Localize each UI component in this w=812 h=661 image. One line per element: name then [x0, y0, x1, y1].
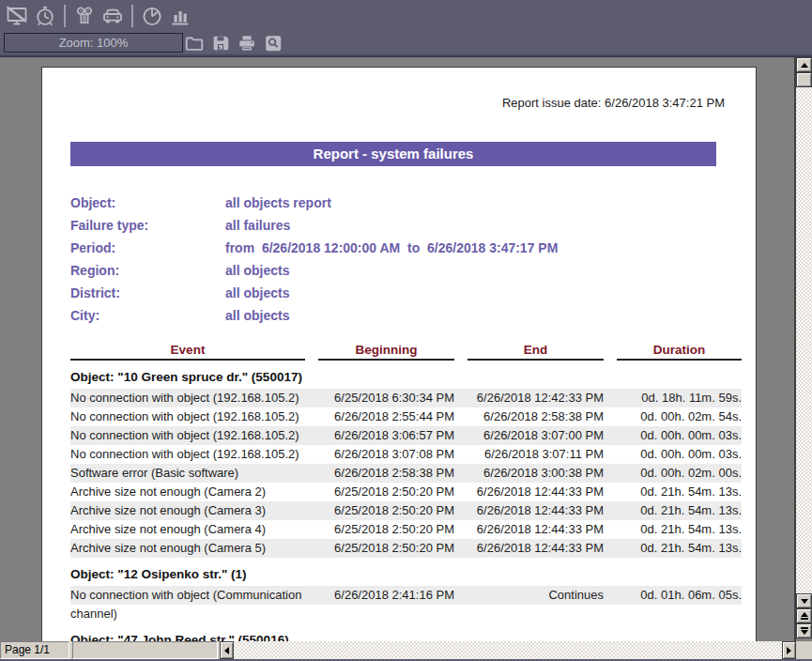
- cell-duration: 0d. 21h. 54m. 13s.: [617, 539, 742, 558]
- table-row: Software error (Basic software)6/26/2018…: [70, 464, 742, 483]
- report-parameters: Object:all objects report Failure type:a…: [70, 192, 742, 327]
- cell-beginning: 6/25/2018 2:50:20 PM: [318, 520, 454, 539]
- save-button[interactable]: [209, 32, 232, 54]
- field-district: District:all objects: [70, 282, 742, 304]
- field-label: Failure type:: [70, 214, 225, 237]
- report-title: Report - system failures: [70, 142, 716, 166]
- display-icon: [6, 5, 28, 27]
- cell-beginning: 6/26/2018 2:41:16 PM: [318, 586, 454, 623]
- scroll-left-button[interactable]: [220, 641, 234, 659]
- down-arrow-icon: [801, 599, 808, 604]
- field-label: Object:: [70, 192, 225, 214]
- pie-chart-icon: [141, 5, 163, 27]
- recorder-button[interactable]: [72, 4, 97, 28]
- status-bar: Page 1/1: [0, 641, 812, 659]
- report-page: Report issue date: 6/26/2018 3:47:21 PM …: [41, 67, 757, 641]
- cell-beginning: 6/26/2018 2:58:38 PM: [318, 464, 454, 483]
- cell-event: Archive size not enough (Camera 5): [70, 539, 305, 558]
- right-arrow-icon: [787, 647, 791, 654]
- column-header-beginning: Beginning: [318, 342, 454, 361]
- table-row: No connection with object (192.168.105.2…: [70, 407, 742, 426]
- cell-end: 6/26/2018 12:44:33 PM: [467, 483, 604, 501]
- status-panel: [72, 641, 218, 659]
- field-city: City:all objects: [70, 304, 742, 327]
- bar-chart-icon: [169, 5, 192, 27]
- table-row: No connection with object (192.168.105.2…: [70, 445, 742, 464]
- field-period: Period:from 6/26/2018 12:00:00 AM to 6/2…: [70, 237, 742, 259]
- field-value: all objects report: [225, 195, 331, 210]
- main-toolbar: [0, 0, 812, 31]
- cell-end: Continues: [467, 586, 604, 623]
- horizontal-scrollbar[interactable]: [220, 641, 796, 659]
- failures-table: Event Beginning End Duration Object: "10…: [70, 342, 742, 641]
- schedule-button[interactable]: [33, 4, 57, 28]
- cell-duration: 0d. 21h. 54m. 13s.: [617, 520, 742, 539]
- pie-report-button[interactable]: [140, 4, 164, 28]
- table-row: No connection with object (192.168.105.2…: [70, 389, 742, 407]
- field-label: Period:: [70, 237, 225, 259]
- group-header: Object: "47 John Reed str." (550016): [70, 629, 742, 641]
- cell-end: 6/26/2018 12:44:33 PM: [467, 501, 604, 520]
- column-header-duration: Duration: [617, 342, 742, 361]
- find-button[interactable]: [262, 32, 284, 54]
- cell-beginning: 6/26/2018 2:55:44 PM: [318, 407, 454, 426]
- up-arrow-icon: [801, 63, 808, 68]
- page-down-icon: [801, 630, 808, 635]
- cell-beginning: 6/25/2018 6:30:34 PM: [318, 389, 454, 407]
- toolbar-separator: [64, 5, 66, 27]
- print-button[interactable]: [236, 32, 258, 54]
- report-issue-date: Report issue date: 6/26/2018 3:47:21 PM: [70, 96, 725, 111]
- open-button[interactable]: [183, 32, 206, 54]
- table-row: No connection with object (Communication…: [70, 586, 742, 623]
- vertical-scroll-track[interactable]: [796, 87, 812, 593]
- previous-page-button[interactable]: [796, 608, 812, 623]
- toolbar-separator: [131, 5, 133, 27]
- cell-end: 6/26/2018 12:44:33 PM: [467, 539, 604, 558]
- column-header-event: Event: [70, 342, 305, 361]
- page-bar-icon: [801, 627, 808, 629]
- bar-report-button[interactable]: [168, 4, 192, 28]
- page-bar-icon: [801, 618, 808, 620]
- report-preview-window: Zoom: 100%: [0, 0, 812, 661]
- horizontal-scroll-track[interactable]: [234, 641, 782, 659]
- field-object: Object:all objects report: [70, 192, 742, 214]
- page-up-icon: [801, 612, 808, 617]
- cell-duration: 0d. 00h. 00m. 03s.: [617, 426, 742, 445]
- table-row: No connection with object (192.168.105.2…: [70, 426, 742, 445]
- cell-beginning: 6/25/2018 2:50:20 PM: [318, 501, 454, 520]
- cell-event: Archive size not enough (Camera 2): [70, 483, 305, 501]
- vertical-scrollbar[interactable]: [794, 57, 812, 641]
- scroll-down-button[interactable]: [796, 593, 812, 608]
- field-value: all failures: [225, 218, 290, 233]
- cell-event: No connection with object (192.168.105.2…: [70, 445, 305, 464]
- field-failure-type: Failure type:all failures: [70, 214, 742, 237]
- field-value: all objects: [225, 285, 289, 300]
- vertical-scroll-thumb[interactable]: [796, 72, 812, 87]
- vehicle-button[interactable]: [100, 4, 125, 28]
- alarm-clock-icon: [34, 5, 56, 27]
- cell-beginning: 6/26/2018 3:07:08 PM: [318, 445, 454, 464]
- column-header-end: End: [467, 342, 604, 361]
- display-button[interactable]: [5, 4, 29, 28]
- left-arrow-icon: [224, 647, 229, 654]
- preview-viewport: Report issue date: 6/26/2018 3:47:21 PM …: [0, 56, 812, 641]
- scrollbar-corner: [796, 641, 812, 659]
- search-icon: [263, 33, 283, 54]
- cell-duration: 0d. 18h. 11m. 59s.: [617, 389, 742, 407]
- scroll-right-button[interactable]: [782, 641, 796, 659]
- cell-end: 6/26/2018 2:58:38 PM: [467, 407, 604, 426]
- scroll-up-button[interactable]: [796, 57, 812, 72]
- preview-toolbar: Zoom: 100%: [0, 31, 812, 56]
- field-region: Region:all objects: [70, 259, 742, 282]
- page-indicator: Page 1/1: [0, 641, 69, 659]
- zoom-level-control[interactable]: Zoom: 100%: [4, 33, 183, 53]
- table-row: Archive size not enough (Camera 5)6/25/2…: [70, 539, 742, 558]
- cell-event: Archive size not enough (Camera 3): [70, 501, 305, 520]
- cell-event: No connection with object (192.168.105.2…: [70, 426, 305, 445]
- cell-end: 6/26/2018 3:07:11 PM: [467, 445, 604, 464]
- cell-event: Archive size not enough (Camera 4): [70, 520, 305, 539]
- next-page-button[interactable]: [796, 623, 812, 638]
- cell-duration: 0d. 00h. 02m. 54s.: [617, 407, 742, 426]
- table-row: Archive size not enough (Camera 2)6/25/2…: [70, 483, 742, 501]
- cell-beginning: 6/25/2018 2:50:20 PM: [318, 483, 454, 501]
